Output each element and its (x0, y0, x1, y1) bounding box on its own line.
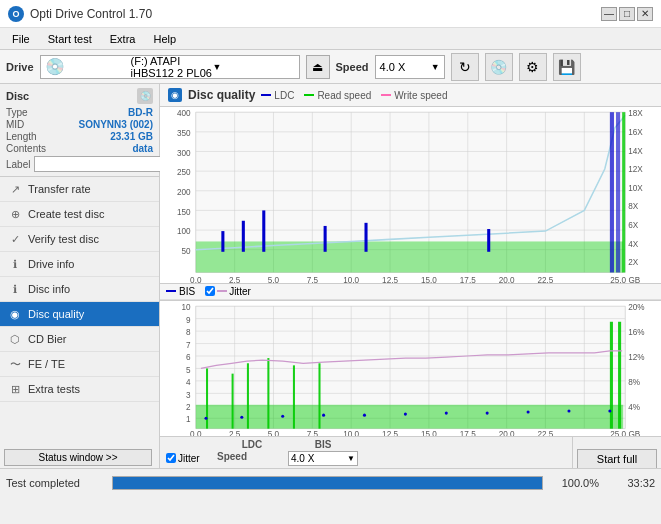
app-logo: O (8, 6, 24, 22)
disc-contents-value: data (132, 143, 153, 154)
svg-rect-110 (196, 405, 623, 429)
sidebar-item-extra-tests[interactable]: ⊞ Extra tests (0, 377, 159, 402)
jitter-stats-checkbox[interactable] (166, 453, 176, 463)
svg-point-128 (567, 409, 570, 412)
menu-start-test[interactable]: Start test (40, 31, 100, 47)
disc-label-input[interactable] (34, 156, 167, 172)
status-window-button[interactable]: Status window >> (4, 449, 152, 466)
upper-chart-legend: LDC Read speed Write speed (261, 90, 447, 101)
stat-header-empty (166, 439, 216, 450)
sidebar-item-verify-test-disc[interactable]: ✓ Verify test disc (0, 227, 159, 252)
sidebar-item-transfer-rate[interactable]: ↗ Transfer rate (0, 177, 159, 202)
status-text: Test completed (6, 477, 106, 489)
svg-text:16%: 16% (628, 328, 645, 337)
svg-point-122 (322, 413, 325, 416)
refresh-button[interactable]: ↻ (451, 53, 479, 81)
progress-percent: 100.0% (549, 477, 599, 489)
legend-write: Write speed (381, 90, 447, 101)
svg-text:10.0: 10.0 (343, 430, 359, 436)
sidebar-item-cd-bier[interactable]: ⬡ CD Bier (0, 327, 159, 352)
svg-text:7.5: 7.5 (307, 430, 319, 436)
extra-tests-icon: ⊞ (8, 382, 22, 396)
lower-chart: 10 9 8 7 6 5 4 3 2 1 20% 16% 12% 8% 4% (160, 301, 661, 436)
svg-point-124 (404, 412, 407, 415)
stat-header-bis: BIS (288, 439, 358, 450)
speed-value: 4.0 X (380, 61, 406, 73)
sidebar-item-extra-tests-label: Extra tests (28, 383, 80, 395)
menu-file[interactable]: File (4, 31, 38, 47)
sidebar-item-drive-info-label: Drive info (28, 258, 74, 270)
svg-rect-51 (221, 231, 224, 252)
svg-text:18X: 18X (628, 109, 643, 118)
menu-extra[interactable]: Extra (102, 31, 144, 47)
legend-ldc: LDC (261, 90, 294, 101)
settings-icon: ⚙ (526, 59, 539, 75)
svg-text:4X: 4X (628, 240, 639, 249)
svg-text:7: 7 (186, 340, 191, 349)
drive-selector[interactable]: 💿 (F:) ATAPI iHBS112 2 PL06 ▼ (40, 55, 300, 79)
svg-rect-118 (618, 322, 621, 429)
speed-selector[interactable]: 4.0 X ▼ (375, 55, 445, 79)
svg-text:0.0: 0.0 (190, 276, 202, 283)
write-legend-label: Write speed (394, 90, 447, 101)
sidebar-item-disc-quality-label: Disc quality (28, 308, 84, 320)
svg-rect-117 (610, 322, 613, 429)
sidebar-item-disc-info-label: Disc info (28, 283, 70, 295)
svg-point-121 (281, 414, 284, 417)
eject-icon: ⏏ (312, 60, 323, 74)
titlebar-controls: — □ ✕ (601, 7, 653, 21)
svg-text:4: 4 (186, 378, 191, 387)
speed-label: Speed (336, 61, 369, 73)
sidebar-item-disc-info[interactable]: ℹ Disc info (0, 277, 159, 302)
svg-text:2: 2 (186, 403, 191, 412)
progress-bar (112, 476, 543, 490)
settings-button[interactable]: ⚙ (519, 53, 547, 81)
stat-ldc-avg: 5.92 (217, 467, 287, 468)
svg-point-129 (608, 409, 611, 412)
sidebar-item-fe-te[interactable]: 〜 FE / TE (0, 352, 159, 377)
stat-header-ldc: LDC (217, 439, 287, 450)
read-legend-label: Read speed (317, 90, 371, 101)
eject-button[interactable]: ⏏ (306, 55, 330, 79)
content-header: ◉ Disc quality LDC Read speed Write spee… (160, 84, 661, 107)
disc-button[interactable]: 💿 (485, 53, 513, 81)
sidebar-item-drive-info[interactable]: ℹ Drive info (0, 252, 159, 277)
svg-text:2X: 2X (628, 258, 639, 267)
save-icon: 💾 (558, 59, 575, 75)
jitter-checkbox[interactable] (205, 286, 215, 296)
sidebar-item-fe-te-label: FE / TE (28, 358, 65, 370)
stat-bis-avg: 0.06 (288, 467, 358, 468)
svg-point-126 (486, 411, 489, 414)
cd-bier-icon: ⬡ (8, 332, 22, 346)
menu-help[interactable]: Help (145, 31, 184, 47)
refresh-icon: ↻ (459, 59, 471, 75)
write-legend-dot (381, 94, 391, 96)
svg-text:8X: 8X (628, 202, 639, 211)
svg-text:20.0: 20.0 (499, 276, 515, 283)
charts-container: 400 350 300 250 200 150 100 50 18X 16X 1… (160, 107, 661, 436)
content-area: ◉ Disc quality LDC Read speed Write spee… (160, 84, 661, 468)
sidebar-item-create-test-disc[interactable]: ⊕ Create test disc (0, 202, 159, 227)
close-button[interactable]: ✕ (637, 7, 653, 21)
svg-point-119 (204, 417, 207, 420)
save-button[interactable]: 💾 (553, 53, 581, 81)
svg-rect-53 (262, 210, 265, 251)
jitter-header-label: Jitter (178, 453, 200, 464)
stat-speed-selector[interactable]: 4.0 X ▼ (288, 451, 358, 466)
disc-type-value: BD-R (128, 107, 153, 118)
disc-panel: Disc 💿 Type BD-R MID SONYNN3 (002) Lengt… (0, 84, 159, 177)
svg-text:2.5: 2.5 (229, 276, 241, 283)
maximize-button[interactable]: □ (619, 7, 635, 21)
minimize-button[interactable]: — (601, 7, 617, 21)
sidebar-item-disc-quality[interactable]: ◉ Disc quality (0, 302, 159, 327)
svg-text:16X: 16X (628, 128, 643, 137)
svg-point-120 (240, 415, 243, 418)
svg-text:250: 250 (177, 168, 191, 177)
svg-point-123 (363, 413, 366, 416)
ldc-legend-dot (261, 94, 271, 96)
disc-length-label: Length (6, 131, 37, 142)
svg-text:400: 400 (177, 109, 191, 118)
svg-point-125 (445, 411, 448, 414)
fe-te-icon: 〜 (8, 357, 22, 371)
start-full-button[interactable]: Start full (577, 449, 657, 468)
